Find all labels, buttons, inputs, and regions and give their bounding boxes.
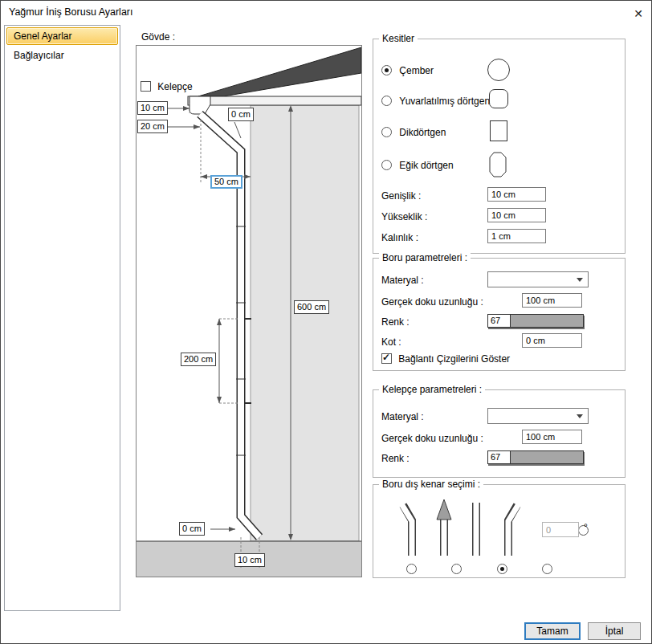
boru-renk-swatch <box>510 315 583 327</box>
roof-shape <box>198 47 361 96</box>
egik-dortgen-radio[interactable] <box>381 160 392 170</box>
sidebar-item-label: Genel Ayarlar <box>14 31 72 42</box>
dim-clamp-spacing[interactable]: 200 cm <box>181 353 216 366</box>
kelepce-materyal-select[interactable] <box>487 408 589 424</box>
pipe-end-radio-1[interactable] <box>406 564 417 574</box>
pipe-end-straight-icon <box>463 496 489 560</box>
dim-outlet-length[interactable]: 10 cm <box>234 553 265 567</box>
dialog-yagmur-inis-borusu: { "window": { "title": "Yağmur İniş Boru… <box>0 0 652 644</box>
genislik-input[interactable] <box>487 187 546 202</box>
kelepce-renk-swatch <box>510 451 583 463</box>
yuvarlatilmis-radio[interactable] <box>381 96 392 106</box>
boru-materyal-select[interactable] <box>487 271 589 287</box>
dim-wall-height[interactable]: 600 cm <box>294 300 329 314</box>
yuvarlatilmis-label: Yuvarlatılmış dörtgen <box>399 96 490 107</box>
dimension-extensions <box>189 96 259 568</box>
boru-renk-picker[interactable]: 67 <box>487 314 584 328</box>
skewed-rect-section-icon <box>489 152 507 177</box>
sidebar: Genel Ayarlar Bağlayıcılar <box>4 25 120 611</box>
chevron-down-icon <box>577 414 583 418</box>
pipe-end-angled-left-icon <box>399 496 425 560</box>
genislik-label: Genişlik : <box>381 190 421 202</box>
group-kesitler-title: Kesitler <box>379 33 418 44</box>
kelepce-renk-value: 67 <box>488 451 510 463</box>
eave-shape <box>188 96 361 105</box>
rect-section-icon <box>490 120 507 141</box>
boru-renk-value: 67 <box>488 315 510 327</box>
kalinlik-label: Kalınlık : <box>381 232 418 243</box>
kelepce-doku-label: Gerçek doku uzunluğu : <box>381 433 483 444</box>
pipe-end-option-3[interactable] <box>463 496 489 563</box>
kelepce-renk-picker[interactable]: 67 <box>487 450 584 464</box>
cancel-button[interactable]: İptal <box>588 622 641 640</box>
sidebar-item-baglayicilar[interactable]: Bağlayıcılar <box>6 47 118 64</box>
boru-renk-label: Renk : <box>381 316 410 328</box>
kelepce-checkbox[interactable] <box>141 81 151 92</box>
ok-button[interactable]: Tamam <box>524 622 581 640</box>
group-kelepce-title: Kelepçe parametreleri : <box>379 384 485 395</box>
circle-section-icon <box>487 59 510 81</box>
govde-label: Gövde : <box>141 31 175 43</box>
dim-gutter-depth[interactable]: 20 cm <box>137 120 168 133</box>
cember-radio[interactable] <box>381 65 392 75</box>
close-icon[interactable]: ✕ <box>629 4 648 23</box>
kalinlik-input[interactable] <box>487 229 546 243</box>
chevron-down-icon <box>577 278 583 282</box>
option-cember[interactable]: Çember <box>381 65 434 76</box>
option-egik-dortgen[interactable]: Eğik dörtgen <box>381 160 454 171</box>
pipe-end-option-2[interactable] <box>431 496 457 563</box>
pipe-end-option-4[interactable] <box>495 496 521 563</box>
dim-top-offset[interactable]: 0 cm <box>228 108 254 121</box>
kelepce-doku-input[interactable] <box>522 430 582 444</box>
baglanti-checkbox-label: Bağlantı Çizgilerini Göster <box>398 353 510 365</box>
dim-gutter-height[interactable]: 10 cm <box>137 101 168 115</box>
pipe-end-radio-2[interactable] <box>451 564 462 574</box>
pipe-end-angle-input[interactable] <box>542 522 579 537</box>
kelepce-materyal-label: Materyal : <box>381 411 424 422</box>
boru-materyal-label: Materyal : <box>381 275 424 286</box>
degree-symbol: ° <box>584 522 588 533</box>
option-dikdortgen[interactable]: Dikdörtgen <box>381 127 446 138</box>
kelepce-checkbox-row[interactable]: Kelepçe <box>141 81 193 92</box>
yukseklik-label: Yükseklik : <box>381 211 427 222</box>
sidebar-item-genel-ayarlar[interactable]: Genel Ayarlar <box>6 27 118 45</box>
pipe-end-angled-right-icon <box>495 496 521 560</box>
egik-dortgen-label: Eğik dörtgen <box>399 160 453 171</box>
kelepce-renk-label: Renk : <box>381 453 410 464</box>
rounded-rect-section-icon <box>489 89 508 108</box>
baglanti-checkbox-row[interactable]: Bağlantı Çizgilerini Göster <box>381 353 510 365</box>
pipe-end-radio-3[interactable] <box>497 564 507 574</box>
pipe-end-option-1[interactable] <box>399 496 425 563</box>
yukseklik-input[interactable] <box>487 208 546 222</box>
pipe-end-radio-4[interactable] <box>542 564 552 574</box>
group-kelepce-parametreleri: Kelepçe parametreleri : Materyal : Gerçe… <box>373 389 626 478</box>
window-title: Yağmur İniş Borusu Ayarları <box>9 6 132 18</box>
dim-bottom-offset[interactable]: 0 cm <box>179 522 205 536</box>
gutter-shape <box>189 96 210 114</box>
dikdortgen-radio[interactable] <box>381 127 392 137</box>
group-boru-dis-kenar: Boru dış kenar seçimi : ° <box>373 484 626 578</box>
option-yuvarlatilmis-dortgen[interactable]: Yuvarlatılmış dörtgen <box>381 96 490 107</box>
sidebar-item-label: Bağlayıcılar <box>14 50 64 61</box>
dikdortgen-label: Dikdörtgen <box>399 127 446 138</box>
group-kesitler: Kesitler Çember Yuvarlatılmış dörtgen Di… <box>373 39 626 254</box>
group-kenar-title: Boru dış kenar seçimi : <box>379 479 483 490</box>
boru-doku-label: Gerçek doku uzunluğu : <box>381 296 483 308</box>
boru-doku-input[interactable] <box>522 293 582 308</box>
dim-gutter-width[interactable]: 50 cm <box>210 175 242 189</box>
group-boru-title: Boru parametreleri : <box>379 252 471 263</box>
cember-label: Çember <box>399 65 434 76</box>
wall-shape <box>251 105 359 541</box>
pipe-end-cone-icon <box>431 496 457 560</box>
kelepce-checkbox-label: Kelepçe <box>157 81 192 92</box>
group-boru-parametreleri: Boru parametreleri : Materyal : Gerçek d… <box>373 258 626 371</box>
kot-label: Kot : <box>381 336 401 348</box>
baglanti-checkbox[interactable] <box>381 353 392 364</box>
kot-input[interactable] <box>522 333 582 348</box>
